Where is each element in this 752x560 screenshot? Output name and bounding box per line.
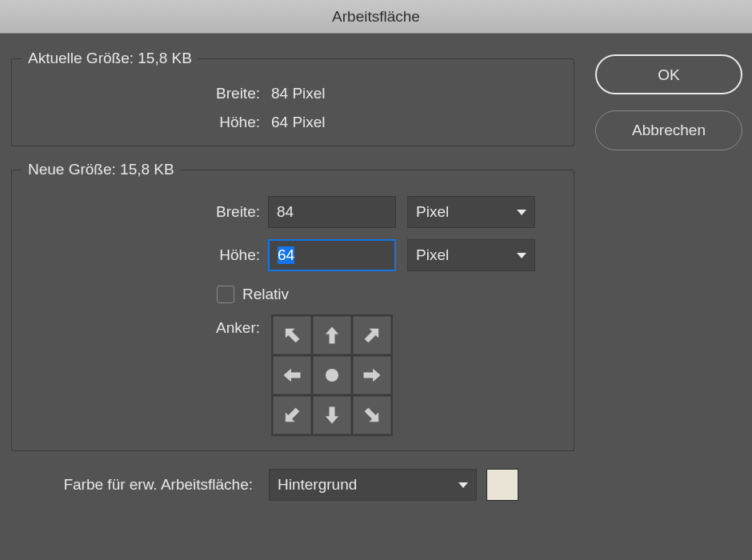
arrow-sw-icon	[281, 404, 303, 426]
new-size-group: Neue Größe: 15,8 KB Breite: Pixel Höhe: …	[11, 161, 574, 451]
anchor-grid	[271, 314, 393, 436]
new-width-label: Breite:	[22, 203, 268, 221]
anchor-n[interactable]	[313, 316, 351, 354]
new-height-input[interactable]	[268, 239, 396, 271]
new-height-unit-value: Pixel	[416, 246, 449, 264]
extension-color-select[interactable]: Hintergrund	[269, 469, 477, 501]
anchor-se[interactable]	[353, 396, 391, 434]
extension-color-label: Farbe für erw. Arbeitsfläche:	[11, 476, 258, 494]
new-width-unit-select[interactable]: Pixel	[407, 196, 535, 228]
chevron-down-icon	[517, 253, 526, 258]
new-width-unit-value: Pixel	[416, 203, 449, 221]
arrow-e-icon	[361, 364, 383, 386]
ok-button[interactable]: OK	[595, 54, 742, 94]
extension-color-value: Hintergrund	[278, 476, 357, 494]
arrow-w-icon	[281, 364, 303, 386]
arrow-n-icon	[321, 324, 343, 346]
arrow-se-icon	[361, 404, 383, 426]
anchor-label: Anker:	[22, 314, 268, 337]
arrow-ne-icon	[361, 324, 383, 346]
cancel-button[interactable]: Abbrechen	[595, 110, 742, 150]
window-title: Arbeitsfläche	[332, 8, 420, 26]
current-width-value: 84 Pixel	[268, 85, 326, 102]
relative-label: Relativ	[242, 286, 289, 303]
new-width-input[interactable]	[268, 196, 396, 228]
arrow-nw-icon	[281, 324, 303, 346]
anchor-ne[interactable]	[353, 316, 391, 354]
arrow-s-icon	[321, 404, 343, 426]
current-height-value: 64 Pixel	[268, 114, 326, 131]
current-size-group: Aktuelle Größe: 15,8 KB Breite: 84 Pixel…	[11, 50, 574, 146]
anchor-sw[interactable]	[273, 396, 311, 434]
current-width-label: Breite:	[22, 85, 268, 102]
anchor-center[interactable]	[313, 356, 351, 394]
titlebar: Arbeitsfläche	[0, 0, 752, 34]
current-size-legend: Aktuelle Größe: 15,8 KB	[22, 50, 198, 67]
anchor-s[interactable]	[313, 396, 351, 434]
anchor-nw[interactable]	[273, 316, 311, 354]
extension-color-swatch[interactable]	[486, 469, 518, 501]
anchor-center-dot-icon	[326, 369, 338, 382]
current-height-label: Höhe:	[22, 114, 268, 131]
anchor-e[interactable]	[353, 356, 391, 394]
relative-checkbox[interactable]	[217, 286, 234, 303]
anchor-w[interactable]	[273, 356, 311, 394]
new-size-legend: Neue Größe: 15,8 KB	[22, 161, 181, 178]
chevron-down-icon	[458, 482, 468, 488]
chevron-down-icon	[517, 210, 526, 215]
new-height-unit-select[interactable]: Pixel	[407, 239, 535, 271]
new-height-label: Höhe:	[22, 246, 268, 264]
